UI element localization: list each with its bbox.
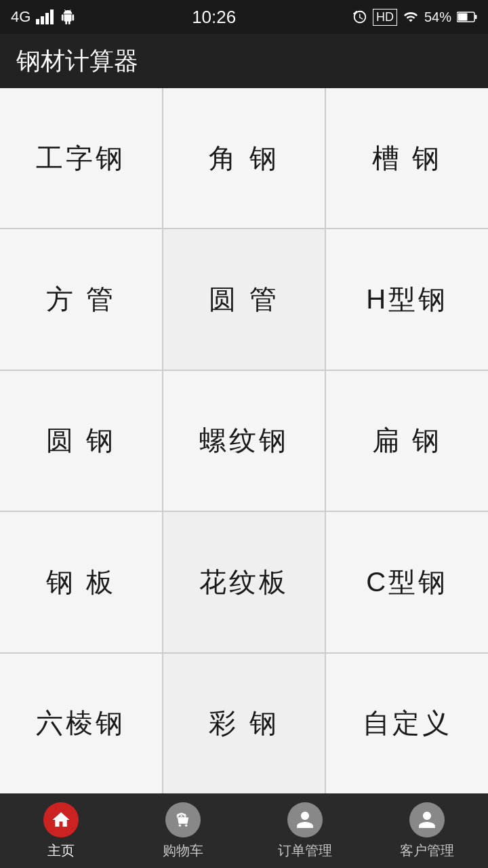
grid-item-jiaogan[interactable]: 角 钢 <box>163 88 325 228</box>
nav-item-cart[interactable]: 购物车 <box>122 802 244 860</box>
status-bar: 4G 10:26 HD 54% <box>0 0 488 34</box>
material-grid: 工字钢角 钢槽 钢方 管圆 管H型钢圆 钢螺纹钢扁 钢钢 板花纹板C型钢六棱钢彩… <box>0 88 488 793</box>
svg-rect-1 <box>41 16 44 24</box>
cart-icon <box>165 802 201 837</box>
svg-point-13 <box>179 824 182 827</box>
battery-text: 54% <box>424 9 451 25</box>
nav-item-home[interactable]: 主页 <box>0 802 122 860</box>
status-left: 4G <box>11 8 75 26</box>
grid-item-hxinggang[interactable]: H型钢 <box>326 229 488 369</box>
grid-item-gongzigang[interactable]: 工字钢 <box>0 88 162 228</box>
grid-item-caigang[interactable]: 彩 钢 <box>163 654 325 793</box>
grid-item-yuangang[interactable]: 圆 钢 <box>0 371 162 511</box>
nav-label-home: 主页 <box>47 842 75 860</box>
battery-icon <box>457 11 477 23</box>
grid-item-cxinggang[interactable]: C型钢 <box>326 512 488 652</box>
alarm-icon <box>352 9 367 24</box>
nav-label-customer: 客户管理 <box>400 842 454 860</box>
customer-icon <box>409 802 445 837</box>
grid-item-fangguan[interactable]: 方 管 <box>0 229 162 369</box>
android-icon <box>60 9 75 24</box>
grid-item-huawenban[interactable]: 花纹板 <box>163 512 325 652</box>
svg-rect-6 <box>458 14 468 21</box>
grid-item-luowengang[interactable]: 螺纹钢 <box>163 371 325 511</box>
signal-bars-icon <box>36 9 55 24</box>
wifi-icon <box>403 9 419 24</box>
signal-text: 4G <box>11 8 30 26</box>
hd-badge: HD <box>373 9 397 26</box>
app-title: 钢材计算器 <box>16 45 138 78</box>
svg-rect-0 <box>36 19 39 24</box>
grid-item-caogang[interactable]: 槽 钢 <box>326 88 488 228</box>
grid-item-liulenggang[interactable]: 六棱钢 <box>0 654 162 793</box>
svg-rect-5 <box>475 15 477 19</box>
status-right: HD 54% <box>352 9 477 26</box>
grid-item-biangang[interactable]: 扁 钢 <box>326 371 488 511</box>
status-time: 10:26 <box>192 7 236 28</box>
orders-icon <box>287 802 323 837</box>
svg-rect-2 <box>45 13 49 24</box>
grid-item-yuanguan[interactable]: 圆 管 <box>163 229 325 369</box>
nav-label-orders: 订单管理 <box>278 842 332 860</box>
bottom-navigation: 主页 购物车 订单管理 客户管理 <box>0 793 488 868</box>
app-header: 钢材计算器 <box>0 34 488 88</box>
nav-label-cart: 购物车 <box>163 842 203 860</box>
nav-item-customer[interactable]: 客户管理 <box>366 802 488 860</box>
svg-point-14 <box>185 824 188 827</box>
nav-item-orders[interactable]: 订单管理 <box>244 802 366 860</box>
grid-item-gangban[interactable]: 钢 板 <box>0 512 162 652</box>
svg-rect-3 <box>50 9 54 24</box>
home-icon <box>43 802 79 837</box>
grid-item-zidingyi[interactable]: 自定义 <box>326 654 488 793</box>
